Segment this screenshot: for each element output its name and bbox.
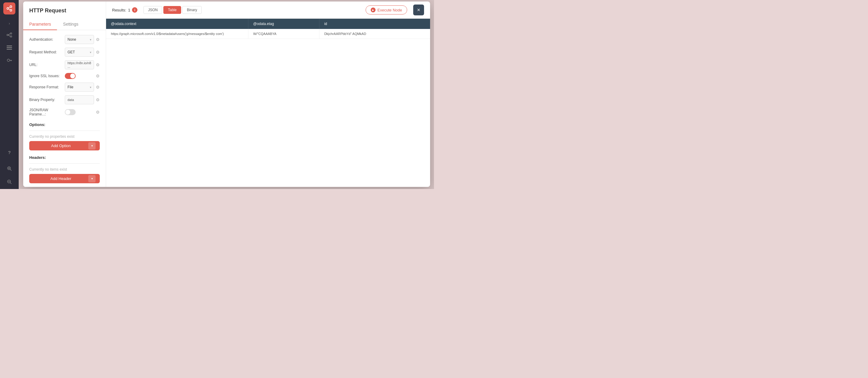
key-icon[interactable] [4, 56, 14, 65]
col-odata-context: @odata.context [106, 19, 248, 29]
play-icon: ▶ [371, 7, 375, 12]
request-method-chevron: ▾ [90, 51, 91, 54]
svg-line-22 [10, 183, 11, 184]
results-table: @odata.context @odata.etag id https://gr… [106, 19, 430, 39]
authentication-chevron: ▾ [90, 38, 91, 41]
col-id: id [319, 19, 430, 29]
options-empty-text: Currently no properties exist [23, 133, 106, 141]
ignore-ssl-gear-icon[interactable]: ⚙ [96, 73, 100, 78]
authentication-label: Authentication: [29, 37, 62, 41]
ignore-ssl-toggle[interactable] [65, 73, 76, 79]
svg-line-3 [9, 7, 10, 8]
svg-point-13 [7, 59, 10, 62]
results-text: Results: 1 i [112, 7, 137, 13]
url-control: https://n8n.io/n8 ... ⚙ [65, 60, 100, 69]
response-format-row: Response Format: File ▾ ⚙ [29, 83, 100, 92]
ignore-ssl-row: Ignore SSL Issues: ⚙ [29, 73, 100, 79]
app-logo[interactable] [3, 2, 16, 14]
headers-empty-text: Currently no items exist [23, 166, 106, 174]
view-tabs: JSON Table Binary [144, 6, 202, 14]
authentication-gear-icon[interactable]: ⚙ [96, 37, 100, 42]
list-icon[interactable] [4, 43, 14, 53]
cell-id: DkjchrAARPbbYd" AQMkAD [319, 29, 430, 39]
right-panel: Results: 1 i JSON Table Binary ▶ Execute… [106, 1, 430, 187]
binary-property-label: Binary Property: [29, 98, 62, 102]
request-method-label: Request Method: [29, 50, 62, 54]
panel-title: HTTP Request [29, 7, 100, 14]
response-format-chevron: ▾ [90, 86, 91, 89]
modal-overlay: HTTP Request Parameters Settings Authent… [19, 0, 434, 189]
binary-property-row: Binary Property: data ⚙ [29, 95, 100, 104]
url-label: URL: [29, 63, 62, 67]
ignore-ssl-label: Ignore SSL Issues: [29, 74, 62, 78]
add-option-chevron-icon: ▾ [88, 142, 96, 150]
svg-point-0 [7, 7, 9, 9]
col-odata-etag: @odata.etag [248, 19, 319, 29]
svg-line-9 [8, 35, 10, 36]
response-format-gear-icon[interactable]: ⚙ [96, 85, 100, 90]
headers-divider [29, 163, 100, 164]
add-header-label: Add Header [33, 176, 88, 181]
binary-property-gear-icon[interactable]: ⚙ [96, 97, 100, 102]
tab-settings[interactable]: Settings [57, 19, 84, 30]
response-format-label: Response Format: [29, 85, 62, 89]
json-raw-gear-icon[interactable]: ⚙ [96, 110, 100, 115]
svg-line-4 [9, 9, 10, 10]
form-body: Authentication: None ▾ ⚙ Request Method: [23, 30, 106, 121]
tab-table[interactable]: Table [163, 6, 181, 14]
json-raw-label: JSON/RAW Parame...: [29, 108, 62, 116]
table-row: https://graph.microsoft.com/v1.0/$metada… [106, 29, 430, 39]
tab-bar: Parameters Settings [23, 19, 106, 30]
add-header-chevron-icon: ▾ [88, 175, 96, 182]
zoom-in-icon[interactable] [4, 164, 14, 173]
authentication-control: None ▾ ⚙ [65, 35, 100, 44]
svg-rect-12 [7, 49, 12, 50]
tab-binary[interactable]: Binary [182, 6, 202, 14]
binary-property-input[interactable]: data [65, 95, 94, 104]
execute-button[interactable]: ▶ Execute Node [366, 5, 407, 14]
binary-property-control: data ⚙ [65, 95, 100, 104]
url-gear-icon[interactable]: ⚙ [96, 62, 100, 67]
svg-point-1 [10, 6, 12, 7]
options-divider [29, 130, 100, 131]
json-raw-toggle-wrapper [65, 109, 76, 115]
json-raw-toggle[interactable] [65, 109, 76, 115]
cell-odata-context: https://graph.microsoft.com/v1.0/$metada… [106, 29, 248, 39]
nodes-icon[interactable] [4, 30, 14, 40]
headers-section-title: Headers: [23, 154, 106, 161]
svg-rect-7 [10, 36, 12, 37]
request-method-select[interactable]: GET ▾ [65, 48, 94, 57]
svg-rect-10 [7, 45, 12, 46]
table-header-row: @odata.context @odata.etag id [106, 19, 430, 29]
add-header-button[interactable]: Add Header ▾ [29, 174, 100, 183]
svg-point-2 [10, 9, 12, 11]
results-info-icon: i [132, 7, 137, 13]
modal: HTTP Request Parameters Settings Authent… [23, 1, 430, 187]
tab-parameters[interactable]: Parameters [23, 19, 57, 30]
right-header: Results: 1 i JSON Table Binary ▶ Execute… [106, 1, 430, 19]
authentication-row: Authentication: None ▾ ⚙ [29, 35, 100, 44]
url-input[interactable]: https://n8n.io/n8 ... [65, 60, 94, 69]
tab-json[interactable]: JSON [144, 6, 162, 14]
close-button[interactable]: × [413, 4, 424, 15]
cell-odata-etag: W/"CQAAABYA [248, 29, 319, 39]
url-row: URL: https://n8n.io/n8 ... ⚙ [29, 60, 100, 69]
request-method-row: Request Method: GET ▾ ⚙ [29, 48, 100, 57]
response-format-select[interactable]: File ▾ [65, 83, 94, 92]
help-icon[interactable]: ? [4, 148, 14, 157]
svg-line-8 [8, 33, 10, 35]
svg-line-18 [10, 169, 11, 170]
response-format-control: File ▾ ⚙ [65, 83, 100, 92]
request-method-gear-icon[interactable]: ⚙ [96, 50, 100, 55]
zoom-out-icon[interactable] [4, 177, 14, 187]
add-option-button[interactable]: Add Option ▾ [29, 141, 100, 150]
sidebar: › ? [0, 0, 19, 189]
add-option-label: Add Option [33, 144, 88, 148]
sidebar-toggle[interactable]: › [6, 20, 13, 27]
ignore-ssl-control: ⚙ [65, 73, 100, 79]
table-container[interactable]: @odata.context @odata.etag id https://gr… [106, 19, 430, 187]
left-panel: HTTP Request Parameters Settings Authent… [23, 1, 106, 187]
ignore-ssl-toggle-wrapper [65, 73, 76, 79]
authentication-select[interactable]: None ▾ [65, 35, 94, 44]
json-raw-control: ⚙ [65, 109, 100, 115]
